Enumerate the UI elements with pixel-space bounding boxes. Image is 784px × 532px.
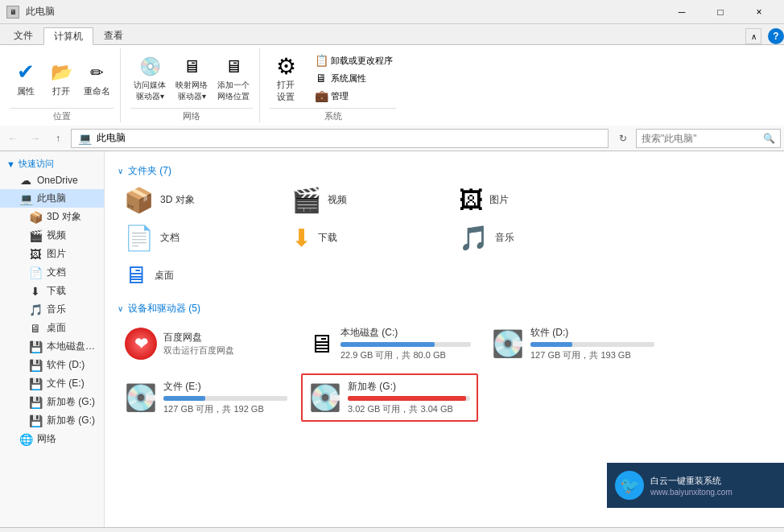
drive-d-icon: 💾 [29, 359, 42, 372]
drives-section-header[interactable]: ∨ 设备和驱动器 (5) [118, 302, 771, 315]
ribbon-collapse-button[interactable]: ∧ [745, 28, 761, 44]
refresh-button[interactable]: ↻ [613, 129, 633, 148]
folders-section-header[interactable]: ∨ 文件夹 (7) [118, 164, 771, 178]
drive-d-name: 软件 (D:) [530, 326, 654, 340]
add-network-icon: 🖥 [221, 54, 246, 80]
add-network-label: 添加一个网络位置 [217, 80, 250, 102]
sidebar-item-drive-d[interactable]: 💾 软件 (D:) [0, 356, 104, 374]
folder-item-documents[interactable]: 📄 文档 [118, 221, 279, 255]
sidebar-item-drive-g2[interactable]: 💾 新加卷 (G:) [0, 411, 104, 430]
folders-section-title: 文件夹 (7) [128, 164, 171, 178]
sidebar-item-downloads[interactable]: ⬇ 下载 [0, 282, 104, 300]
sidebar-item-this-pc[interactable]: 💻 此电脑 [0, 189, 104, 208]
address-bar: ← → ↑ 💻 此电脑 ↻ 🔍 [0, 126, 784, 151]
minimize-button[interactable]: ─ [663, 0, 700, 24]
sidebar-item-pictures[interactable]: 🖼 图片 [0, 245, 104, 263]
drive-e-info: 文件 (E:) 127 GB 可用，共 192 GB [163, 380, 287, 415]
drive-item-g[interactable]: 💽 新加卷 (G:) 3.02 GB 可用，共 3.04 GB [301, 373, 478, 422]
tab-computer[interactable]: 计算机 [43, 27, 93, 45]
folder-item-music[interactable]: 🎵 音乐 [452, 221, 613, 255]
drive-c-info: 本地磁盘 (C:) 22.9 GB 可用，共 80.0 GB [340, 326, 471, 361]
manage-label: 管理 [331, 90, 349, 102]
close-button[interactable]: × [741, 0, 778, 24]
sidebar-desktop-label: 桌面 [47, 321, 66, 335]
map-network-button[interactable]: 🖥 映射网络驱动器▾ [172, 52, 211, 104]
folder-item-desktop[interactable]: 🖥 桌面 [118, 258, 279, 292]
sidebar-item-drive-c[interactable]: 💾 本地磁盘 (C:) [0, 337, 104, 356]
system-properties-button[interactable]: 🖥 系统属性 [312, 70, 396, 86]
drive-g-info: 新加卷 (G:) 3.02 GB 可用，共 3.04 GB [348, 380, 470, 415]
uninstall-label: 卸载或更改程序 [331, 55, 393, 67]
sidebar-network-label: 网络 [37, 432, 56, 446]
sidebar-item-onedrive[interactable]: ☁ OneDrive [0, 171, 104, 189]
drive-g-bar-container [348, 396, 470, 401]
sidebar-item-drive-g1[interactable]: 💾 新加卷 (G:) [0, 393, 104, 411]
rename-button[interactable]: ✏ 重命名 [80, 58, 113, 99]
folder-3d-icon: 📦 [124, 186, 154, 214]
sidebar-item-music[interactable]: 🎵 音乐 [0, 300, 104, 319]
drive-c-bar [340, 342, 435, 347]
drive-d-main-icon: 💽 [492, 328, 524, 359]
drives-grid: ❤ 百度网盘 双击运行百度网盘 🖥 本地磁盘 (C:) 22.9 GB 可用，共… [118, 320, 771, 422]
sidebar-onedrive-label: OneDrive [37, 175, 78, 186]
title-bar: 🖥 此电脑 ─ □ × [0, 0, 784, 24]
manage-button[interactable]: 💼 管理 [312, 88, 396, 104]
rename-icon: ✏ [85, 60, 110, 85]
drive-item-baidu[interactable]: ❤ 百度网盘 双击运行百度网盘 [118, 320, 295, 367]
properties-button[interactable]: ✔ 属性 [10, 58, 42, 99]
sidebar-videos-label: 视频 [47, 229, 66, 242]
up-button[interactable]: ↑ [48, 129, 68, 148]
ribbon-help-button[interactable]: ? [768, 28, 784, 44]
sidebar-item-network[interactable]: 🌐 网络 [0, 430, 104, 448]
search-icon[interactable]: 🔍 [763, 133, 775, 144]
open-button[interactable]: 📂 打开 [45, 58, 77, 99]
tab-file[interactable]: 文件 [3, 27, 43, 44]
folder-item-3d[interactable]: 📦 3D 对象 [118, 183, 279, 217]
access-media-label: 访问媒体驱动器▾ [134, 80, 166, 102]
this-pc-icon: 💻 [19, 192, 32, 205]
ribbon-tabs: 文件 计算机 查看 ∧ ? [0, 24, 784, 45]
manage-icon: 💼 [315, 89, 328, 102]
map-network-label: 映射网络驱动器▾ [175, 80, 208, 102]
address-box[interactable]: 💻 此电脑 [71, 129, 609, 148]
drive-g-details: 3.02 GB 可用，共 3.04 GB [348, 403, 470, 415]
folder-3d-label: 3D 对象 [160, 193, 195, 207]
watermark-title: 白云一键重装系统 [650, 474, 732, 488]
drive-c-main-icon: 🖥 [308, 329, 334, 359]
map-network-icon: 🖥 [179, 54, 204, 80]
desktop-icon: 🖥 [29, 322, 42, 335]
sidebar-quick-access[interactable]: ▼ 快速访问 [0, 155, 104, 171]
drive-g2-icon: 💾 [29, 414, 42, 427]
search-input[interactable] [642, 133, 763, 144]
drive-d-info: 软件 (D:) 127 GB 可用，共 193 GB [530, 326, 654, 361]
search-box[interactable]: 🔍 [636, 129, 781, 148]
access-media-button[interactable]: 💿 访问媒体驱动器▾ [130, 52, 169, 104]
sidebar-item-drive-e[interactable]: 💾 文件 (E:) [0, 374, 104, 393]
drive-item-d[interactable]: 💽 软件 (D:) 127 GB 可用，共 193 GB [485, 320, 662, 367]
ribbon-group-network-label: 网络 [130, 108, 253, 122]
maximize-button[interactable]: □ [702, 0, 739, 24]
back-button[interactable]: ← [3, 129, 23, 148]
sidebar-item-documents[interactable]: 📄 文档 [0, 263, 104, 282]
drive-g1-icon: 💾 [29, 396, 42, 409]
sidebar-item-desktop[interactable]: 🖥 桌面 [0, 319, 104, 337]
drive-e-name: 文件 (E:) [163, 380, 287, 394]
tab-view[interactable]: 查看 [93, 27, 134, 44]
drive-item-e[interactable]: 💽 文件 (E:) 127 GB 可用，共 192 GB [118, 373, 295, 422]
sidebar-item-3d-objects[interactable]: 📦 3D 对象 [0, 208, 104, 226]
folder-pictures-label: 图片 [489, 193, 509, 207]
ribbon-group-location-label: 位置 [10, 108, 113, 122]
sidebar-item-videos[interactable]: 🎬 视频 [0, 226, 104, 245]
settings-icon: ⚙ [273, 53, 299, 79]
rename-label: 重命名 [84, 85, 110, 97]
add-network-button[interactable]: 🖥 添加一个网络位置 [214, 52, 253, 104]
drive-item-c[interactable]: 🖥 本地磁盘 (C:) 22.9 GB 可用，共 80.0 GB [301, 320, 478, 367]
folder-item-downloads[interactable]: ⬇ 下载 [285, 221, 446, 255]
folder-item-video[interactable]: 🎬 视频 [285, 183, 446, 217]
open-settings-button[interactable]: ⚙ 打开设置 [270, 52, 302, 105]
ribbon-group-location: ✔ 属性 📂 打开 ✏ 重命名 位置 [6, 48, 121, 122]
folder-item-pictures[interactable]: 🖼 图片 [452, 183, 613, 217]
folder-video-icon: 🎬 [291, 186, 321, 214]
uninstall-button[interactable]: 📋 卸载或更改程序 [312, 52, 396, 68]
forward-button[interactable]: → [26, 129, 45, 148]
